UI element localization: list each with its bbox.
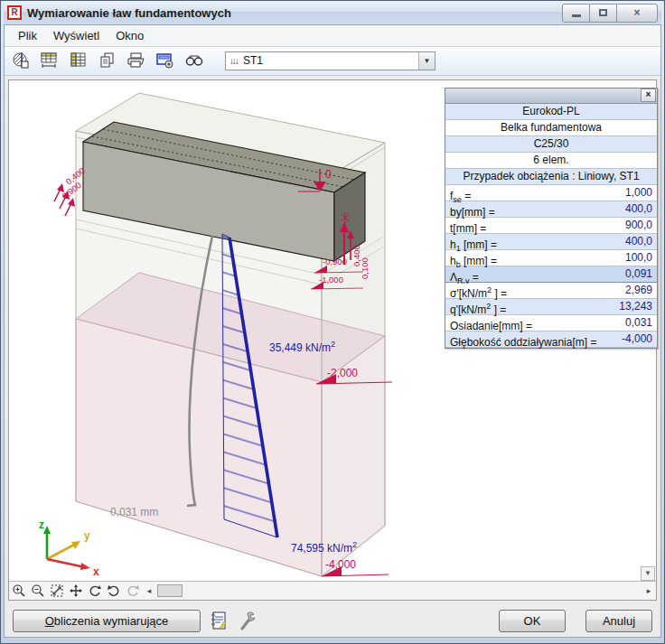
menu-bar: Plik Wyświetl Okno <box>5 25 660 47</box>
level-09-label: -0,900 <box>323 257 347 266</box>
wrench-icon <box>237 610 258 631</box>
results-table-button[interactable] <box>39 50 61 71</box>
axis-y-label: y <box>84 529 90 542</box>
zoom-out-button[interactable] <box>30 583 46 598</box>
level-10-label: -1,000 <box>319 275 343 285</box>
results-panel-header[interactable]: × <box>445 89 657 104</box>
info-row-element: Belka fundamentowa <box>445 120 657 136</box>
print-button[interactable] <box>126 50 147 71</box>
panel-close-button[interactable]: × <box>641 89 656 102</box>
calculation-note-icon <box>209 610 229 631</box>
menu-plik[interactable]: Plik <box>10 27 45 44</box>
load-case-icon: ↓↓↓ <box>229 56 238 66</box>
rotate-icon <box>88 583 102 598</box>
level-40-label: -4,000 <box>325 558 356 571</box>
3d-view-area[interactable]: 0,031 mm 35,449 kN/m2 74,595 kN/m2 <box>8 79 657 601</box>
results-table-icon <box>41 51 59 70</box>
zoom-toolbar: ◂ ▸ <box>9 581 656 600</box>
window-title: Wymiarowanie ław fundamentowych <box>27 6 562 20</box>
info-row-code: Eurokod-PL <box>445 104 657 120</box>
copy-button[interactable] <box>97 50 118 71</box>
restore-icon <box>599 9 607 16</box>
client-area: Plik Wyświetl Okno <box>4 24 661 638</box>
rotate-left-icon <box>107 583 121 598</box>
axis-z-label: z <box>39 518 44 531</box>
info-row-concrete: C25/30 <box>445 136 657 153</box>
load-case-value: ST1 <box>243 54 418 67</box>
hscroll-thumb[interactable] <box>157 584 183 597</box>
dialog-footer: Obliczenia wymiarujące OK Anu <box>5 604 660 637</box>
pressure-top-label: 35,449 kN/m2 <box>269 340 335 354</box>
ok-button[interactable]: OK <box>499 610 566 632</box>
results-panel: × Eurokod-PL Belka fundamentowa C25/30 6… <box>445 88 658 349</box>
print-icon <box>126 51 146 70</box>
axes-triad: z y x <box>39 518 99 578</box>
vertical-scroll-down-button[interactable]: ▾ <box>641 566 655 581</box>
axis-x-label: x <box>93 565 99 578</box>
copy-icon <box>98 51 117 70</box>
close-icon: × <box>633 6 640 19</box>
data-table-icon <box>70 51 88 70</box>
minimize-button[interactable] <box>562 4 590 23</box>
zoom-in-icon <box>12 583 26 598</box>
combo-dropdown-arrow[interactable]: ▼ <box>418 52 435 70</box>
pan-icon <box>69 583 83 598</box>
settlement-value-label: 0,031 mm <box>110 506 158 518</box>
screen-capture-button[interactable] <box>155 50 176 71</box>
param-row-depth: Głębokość oddziaływania[m] = -4,000 <box>445 331 657 348</box>
info-row-load-case: Przypadek obciążenia : Liniowy, ST1 <box>445 169 657 185</box>
app-icon: R <box>7 5 22 20</box>
toolbar: ↓↓↓ ST1 ▼ <box>5 47 660 76</box>
section-view-button[interactable] <box>10 50 32 71</box>
preferences-button[interactable] <box>237 609 258 632</box>
rotate-button[interactable] <box>87 583 103 598</box>
level-0-label: 0 <box>325 168 332 181</box>
close-button[interactable]: × <box>616 4 658 23</box>
cancel-button[interactable]: Anuluj <box>585 610 652 632</box>
zoom-out-icon <box>31 583 45 598</box>
restore-button[interactable] <box>590 4 616 23</box>
zoom-window-icon <box>50 583 64 598</box>
calculate-button[interactable]: Obliczenia wymiarujące <box>13 610 201 632</box>
rotate-right-icon <box>126 583 140 598</box>
param-row-lambda: ΛR.v = 0,091 <box>445 266 657 283</box>
param-row-h1: h1 [mm] = 400,0 <box>445 234 657 250</box>
rotate-right-button-disabled[interactable] <box>125 583 141 598</box>
zoom-in-button[interactable] <box>11 583 27 598</box>
info-row-elements: 6 elem. <box>445 153 657 169</box>
hscroll-left-button[interactable]: ◂ <box>144 586 155 595</box>
param-row-sigma: σ'[kN/m2 ] = 2,969 <box>445 283 657 299</box>
pan-button[interactable] <box>68 583 84 598</box>
title-bar[interactable]: R Wymiarowanie ław fundamentowych × <box>4 1 661 24</box>
data-table-button[interactable] <box>68 50 89 71</box>
menu-wyswietl[interactable]: Wyświetl <box>45 27 108 44</box>
param-row-fse: fse = 1,000 <box>445 185 657 201</box>
pressure-bottom-label: 74,595 kN/m2 <box>291 540 357 555</box>
section-view-icon <box>12 51 30 70</box>
calculation-note-button[interactable] <box>208 609 229 632</box>
level-20-label: -2,000 <box>327 367 358 379</box>
load-case-combobox[interactable]: ↓↓↓ ST1 ▼ <box>225 51 436 70</box>
minimize-icon <box>572 14 581 17</box>
hscroll-right-button[interactable]: ▸ <box>643 586 654 595</box>
dialog-window: R Wymiarowanie ław fundamentowych × Plik… <box>0 0 665 644</box>
menu-okno[interactable]: Okno <box>108 27 152 44</box>
zoom-window-button[interactable] <box>49 583 65 598</box>
rotate-left-button[interactable] <box>106 583 122 598</box>
param-row-by: by[mm] = 400,0 <box>445 201 657 218</box>
param-row-q: q'[kN/m2 ] = 13,243 <box>445 299 657 315</box>
binoculars-icon <box>184 51 204 70</box>
preview-button[interactable] <box>183 50 205 71</box>
param-row-hb: hb [mm] = 100,0 <box>445 250 657 266</box>
param-row-t: t[mm] = 900,0 <box>445 218 657 234</box>
dim-0100-right: 0,100 <box>360 257 370 279</box>
screen-capture-icon <box>155 51 175 70</box>
param-row-settlement: Osiadanie[mm] = 0,031 <box>445 315 657 331</box>
